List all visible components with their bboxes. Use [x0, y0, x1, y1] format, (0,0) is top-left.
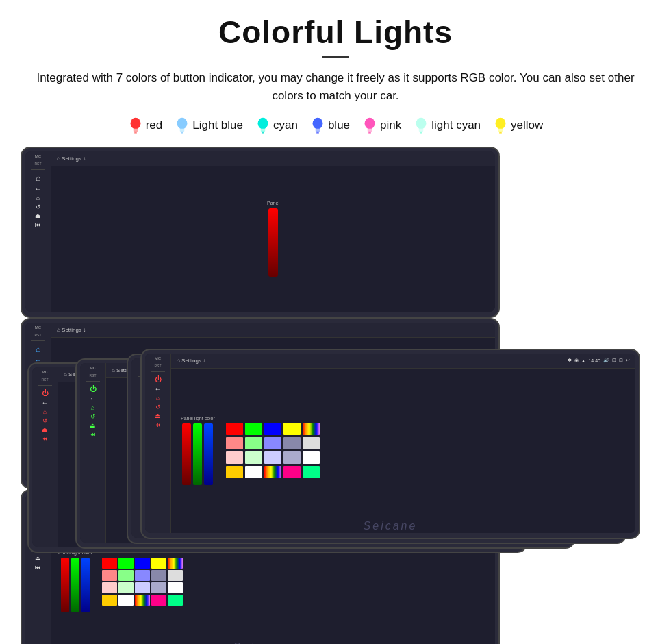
screen-content-1: Panel: [51, 166, 495, 312]
svg-point-8: [258, 118, 268, 129]
svg-point-12: [312, 118, 322, 129]
svg-rect-2: [134, 132, 137, 132]
bulb-icon-red: [128, 116, 143, 134]
svg-point-0: [130, 118, 140, 129]
color-label-red: red: [146, 119, 163, 132]
settings-label-2: ⌂ Settings ↓: [57, 327, 86, 333]
svg-rect-27: [499, 132, 502, 133]
svg-point-16: [365, 118, 375, 129]
bulb-icon-blue: [310, 116, 325, 134]
color-item-blue: blue: [310, 116, 350, 134]
svg-rect-21: [419, 128, 424, 132]
sidebar-1: MC RST ⌂ ← ⌂ ↺ ⏏ ⏮: [25, 151, 51, 312]
topbar-2: ⌂ Settings ↓: [51, 323, 495, 338]
color-item-pink: pink: [362, 116, 401, 134]
svg-rect-7: [181, 132, 183, 133]
description: Integrated with 7 colors of button indic…: [34, 69, 637, 106]
svg-rect-19: [368, 132, 371, 133]
color-palette-b4: [226, 423, 320, 478]
color-item-lightblue: Light blue: [175, 116, 243, 134]
svg-point-20: [416, 118, 427, 129]
svg-rect-11: [262, 132, 264, 133]
top-devices-row: MC RST ⌂ ← ⌂ ↺ ⏏ ⏮ ⌂ Settings ↓: [21, 147, 650, 342]
color-item-red: red: [128, 116, 163, 134]
topbar-1: ⌂ Settings ↓: [51, 151, 495, 166]
color-label-pink: pink: [380, 119, 401, 132]
color-label-blue: blue: [328, 119, 350, 132]
svg-rect-9: [261, 128, 266, 132]
color-indicators-row: red Light blue cyan: [21, 116, 650, 134]
sidebar-b4: MC RST ⏻ ← ⌂ ↺ ⏏ ⏮: [145, 354, 171, 533]
screen-content-b4: Panel light color: [171, 369, 635, 533]
color-label-yellow: yellow: [511, 119, 543, 132]
settings-label-1: ⌂ Settings ↓: [57, 156, 86, 162]
color-item-lightcyan: light cyan: [414, 116, 481, 134]
bulb-icon-lightcyan: [414, 116, 429, 134]
bottom-devices-row: MC RST ⏻ ← ⌂ ↺ ⏏ ⏮ ⌂ Settings: [21, 349, 650, 561]
svg-rect-22: [420, 132, 423, 132]
page-title: Colorful Lights: [21, 14, 650, 51]
svg-rect-5: [180, 128, 185, 132]
topbar-b4: ⌂ Settings ↓ ✱◉▲14:40🔊⊡⊟↩: [171, 354, 635, 369]
svg-rect-17: [368, 128, 372, 132]
bulb-icon-pink: [362, 116, 377, 134]
color-label-lightcyan: light cyan: [431, 119, 481, 132]
color-item-yellow: yellow: [493, 116, 543, 134]
page-wrapper: Colorful Lights Integrated with 7 colors…: [0, 0, 671, 644]
color-label-lightblue: Light blue: [192, 119, 243, 132]
bulb-icon-yellow: [493, 116, 508, 134]
svg-point-24: [496, 118, 506, 129]
color-label-cyan: cyan: [273, 119, 298, 132]
sidebar-b2: MC RST ⏻ ← ⌂ ↺ ⏏ ⏮: [80, 363, 106, 543]
title-divider: [322, 56, 349, 58]
svg-rect-15: [316, 132, 319, 133]
svg-rect-6: [181, 132, 184, 132]
color-palette-3: [102, 558, 183, 606]
svg-rect-13: [316, 128, 320, 132]
screen-main-1: ⌂ Settings ↓ Panel: [51, 151, 495, 312]
sidebar-b1: MC RST ⏻ ← ⌂ ↺ ⏏ ⏮: [32, 367, 58, 547]
color-item-cyan: cyan: [255, 116, 298, 134]
bulb-icon-cyan: [255, 116, 270, 134]
svg-rect-25: [498, 128, 503, 132]
screen-main-b4: ⌂ Settings ↓ ✱◉▲14:40🔊⊡⊟↩ Panel light co…: [171, 354, 635, 533]
svg-rect-1: [133, 128, 138, 132]
svg-rect-18: [368, 132, 372, 132]
panel-light-label-b4: Panel light color: [181, 416, 215, 421]
svg-rect-3: [134, 132, 137, 133]
svg-rect-14: [316, 132, 320, 132]
bulb-icon-lightblue: [175, 116, 190, 134]
svg-rect-26: [499, 132, 503, 132]
red-slider-1[interactable]: [268, 208, 278, 277]
svg-point-4: [177, 118, 188, 129]
svg-rect-23: [420, 132, 422, 133]
svg-rect-10: [262, 132, 265, 132]
device-mockup-b4: MC RST ⏻ ← ⌂ ↺ ⏏ ⏮ ⌂ Settings ↓: [140, 349, 640, 539]
panel-label-1: Panel: [267, 201, 279, 206]
device-mockup-1: MC RST ⌂ ← ⌂ ↺ ⏏ ⏮ ⌂ Settings ↓: [21, 147, 500, 318]
